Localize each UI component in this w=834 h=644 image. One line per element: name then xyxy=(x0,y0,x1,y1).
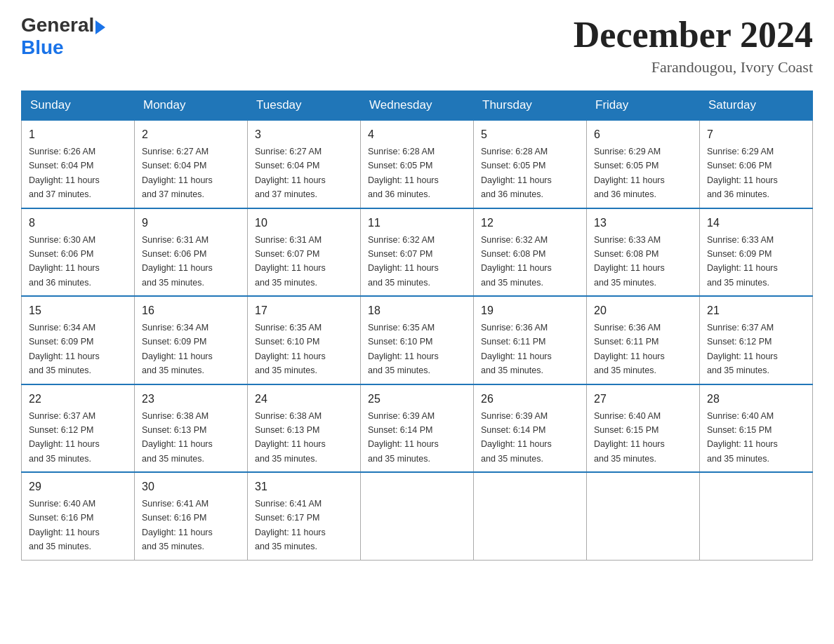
day-number: 12 xyxy=(481,215,579,232)
day-number: 11 xyxy=(368,215,466,232)
day-info: Sunrise: 6:31 AMSunset: 6:06 PMDaylight:… xyxy=(142,235,213,288)
calendar-cell: 7 Sunrise: 6:29 AMSunset: 6:06 PMDayligh… xyxy=(700,120,813,208)
day-info: Sunrise: 6:33 AMSunset: 6:09 PMDaylight:… xyxy=(707,235,778,288)
day-info: Sunrise: 6:37 AMSunset: 6:12 PMDaylight:… xyxy=(29,411,100,464)
day-number: 24 xyxy=(255,391,353,408)
calendar-cell: 16 Sunrise: 6:34 AMSunset: 6:09 PMDaylig… xyxy=(135,296,248,384)
day-info: Sunrise: 6:38 AMSunset: 6:13 PMDaylight:… xyxy=(142,411,213,464)
day-info: Sunrise: 6:34 AMSunset: 6:09 PMDaylight:… xyxy=(142,323,213,375)
day-number: 13 xyxy=(594,215,692,232)
calendar-cell: 11 Sunrise: 6:32 AMSunset: 6:07 PMDaylig… xyxy=(361,208,474,297)
col-header-friday: Friday xyxy=(587,91,700,121)
calendar-week-row: 8 Sunrise: 6:30 AMSunset: 6:06 PMDayligh… xyxy=(22,208,813,297)
calendar-cell: 8 Sunrise: 6:30 AMSunset: 6:06 PMDayligh… xyxy=(22,208,135,297)
day-number: 1 xyxy=(29,126,127,143)
calendar-cell: 30 Sunrise: 6:41 AMSunset: 6:16 PMDaylig… xyxy=(135,472,248,560)
day-info: Sunrise: 6:39 AMSunset: 6:14 PMDaylight:… xyxy=(368,411,439,464)
day-info: Sunrise: 6:28 AMSunset: 6:05 PMDaylight:… xyxy=(481,147,552,199)
day-number: 16 xyxy=(142,302,240,319)
logo-arrow-icon xyxy=(95,20,105,34)
calendar-week-row: 15 Sunrise: 6:34 AMSunset: 6:09 PMDaylig… xyxy=(22,296,813,384)
calendar-cell xyxy=(361,472,474,560)
calendar-week-row: 22 Sunrise: 6:37 AMSunset: 6:12 PMDaylig… xyxy=(22,384,813,473)
day-info: Sunrise: 6:40 AMSunset: 6:15 PMDaylight:… xyxy=(594,411,665,464)
calendar-cell: 21 Sunrise: 6:37 AMSunset: 6:12 PMDaylig… xyxy=(700,296,813,384)
calendar-cell: 26 Sunrise: 6:39 AMSunset: 6:14 PMDaylig… xyxy=(474,384,587,473)
calendar-week-row: 1 Sunrise: 6:26 AMSunset: 6:04 PMDayligh… xyxy=(22,120,813,208)
day-info: Sunrise: 6:30 AMSunset: 6:06 PMDaylight:… xyxy=(29,235,100,288)
col-header-thursday: Thursday xyxy=(474,91,587,121)
col-header-saturday: Saturday xyxy=(700,91,813,121)
day-number: 6 xyxy=(594,126,692,143)
day-info: Sunrise: 6:31 AMSunset: 6:07 PMDaylight:… xyxy=(255,235,326,288)
day-number: 5 xyxy=(481,126,579,143)
month-title: December 2024 xyxy=(574,14,813,55)
day-info: Sunrise: 6:26 AMSunset: 6:04 PMDaylight:… xyxy=(29,147,100,199)
calendar-cell: 3 Sunrise: 6:27 AMSunset: 6:04 PMDayligh… xyxy=(248,120,361,208)
calendar-cell: 17 Sunrise: 6:35 AMSunset: 6:10 PMDaylig… xyxy=(248,296,361,384)
calendar-header-row: SundayMondayTuesdayWednesdayThursdayFrid… xyxy=(22,91,813,121)
day-info: Sunrise: 6:41 AMSunset: 6:17 PMDaylight:… xyxy=(255,499,326,551)
calendar-cell: 31 Sunrise: 6:41 AMSunset: 6:17 PMDaylig… xyxy=(248,472,361,560)
day-number: 9 xyxy=(142,215,240,232)
calendar-cell: 22 Sunrise: 6:37 AMSunset: 6:12 PMDaylig… xyxy=(22,384,135,473)
calendar-cell: 18 Sunrise: 6:35 AMSunset: 6:10 PMDaylig… xyxy=(361,296,474,384)
day-info: Sunrise: 6:33 AMSunset: 6:08 PMDaylight:… xyxy=(594,235,665,288)
calendar-cell: 13 Sunrise: 6:33 AMSunset: 6:08 PMDaylig… xyxy=(587,208,700,297)
day-number: 10 xyxy=(255,215,353,232)
day-number: 23 xyxy=(142,391,240,408)
location-title: Farandougou, Ivory Coast xyxy=(574,58,813,76)
col-header-monday: Monday xyxy=(135,91,248,121)
day-number: 15 xyxy=(29,302,127,319)
day-info: Sunrise: 6:36 AMSunset: 6:11 PMDaylight:… xyxy=(594,323,665,375)
day-info: Sunrise: 6:41 AMSunset: 6:16 PMDaylight:… xyxy=(142,499,213,551)
col-header-tuesday: Tuesday xyxy=(248,91,361,121)
col-header-wednesday: Wednesday xyxy=(361,91,474,121)
day-info: Sunrise: 6:27 AMSunset: 6:04 PMDaylight:… xyxy=(142,147,213,199)
day-number: 17 xyxy=(255,302,353,319)
day-number: 22 xyxy=(29,391,127,408)
day-number: 14 xyxy=(707,215,805,232)
calendar-cell: 27 Sunrise: 6:40 AMSunset: 6:15 PMDaylig… xyxy=(587,384,700,473)
calendar-week-row: 29 Sunrise: 6:40 AMSunset: 6:16 PMDaylig… xyxy=(22,472,813,560)
calendar-cell: 10 Sunrise: 6:31 AMSunset: 6:07 PMDaylig… xyxy=(248,208,361,297)
day-info: Sunrise: 6:35 AMSunset: 6:10 PMDaylight:… xyxy=(368,323,439,375)
day-number: 29 xyxy=(29,478,127,495)
day-info: Sunrise: 6:32 AMSunset: 6:08 PMDaylight:… xyxy=(481,235,552,288)
calendar-cell: 28 Sunrise: 6:40 AMSunset: 6:15 PMDaylig… xyxy=(700,384,813,473)
day-number: 19 xyxy=(481,302,579,319)
calendar-table: SundayMondayTuesdayWednesdayThursdayFrid… xyxy=(21,90,813,561)
day-number: 27 xyxy=(594,391,692,408)
day-info: Sunrise: 6:34 AMSunset: 6:09 PMDaylight:… xyxy=(29,323,100,375)
day-number: 7 xyxy=(707,126,805,143)
day-number: 28 xyxy=(707,391,805,408)
title-section: December 2024 Farandougou, Ivory Coast xyxy=(574,14,813,76)
day-info: Sunrise: 6:28 AMSunset: 6:05 PMDaylight:… xyxy=(368,147,439,199)
day-number: 3 xyxy=(255,126,353,143)
calendar-cell: 5 Sunrise: 6:28 AMSunset: 6:05 PMDayligh… xyxy=(474,120,587,208)
calendar-cell: 4 Sunrise: 6:28 AMSunset: 6:05 PMDayligh… xyxy=(361,120,474,208)
calendar-cell: 2 Sunrise: 6:27 AMSunset: 6:04 PMDayligh… xyxy=(135,120,248,208)
day-info: Sunrise: 6:29 AMSunset: 6:06 PMDaylight:… xyxy=(707,147,778,199)
day-number: 31 xyxy=(255,478,353,495)
day-number: 21 xyxy=(707,302,805,319)
day-number: 4 xyxy=(368,126,466,143)
calendar-cell xyxy=(700,472,813,560)
day-number: 26 xyxy=(481,391,579,408)
day-info: Sunrise: 6:29 AMSunset: 6:05 PMDaylight:… xyxy=(594,147,665,199)
calendar-cell: 20 Sunrise: 6:36 AMSunset: 6:11 PMDaylig… xyxy=(587,296,700,384)
day-info: Sunrise: 6:32 AMSunset: 6:07 PMDaylight:… xyxy=(368,235,439,288)
calendar-cell xyxy=(587,472,700,560)
page-header: General Blue December 2024 Farandougou, … xyxy=(21,14,813,76)
day-info: Sunrise: 6:40 AMSunset: 6:16 PMDaylight:… xyxy=(29,499,100,551)
day-number: 20 xyxy=(594,302,692,319)
day-number: 25 xyxy=(368,391,466,408)
day-info: Sunrise: 6:38 AMSunset: 6:13 PMDaylight:… xyxy=(255,411,326,464)
calendar-cell: 14 Sunrise: 6:33 AMSunset: 6:09 PMDaylig… xyxy=(700,208,813,297)
calendar-cell: 9 Sunrise: 6:31 AMSunset: 6:06 PMDayligh… xyxy=(135,208,248,297)
calendar-cell: 1 Sunrise: 6:26 AMSunset: 6:04 PMDayligh… xyxy=(22,120,135,208)
day-info: Sunrise: 6:37 AMSunset: 6:12 PMDaylight:… xyxy=(707,323,778,375)
day-number: 2 xyxy=(142,126,240,143)
logo: General Blue xyxy=(21,14,105,59)
calendar-cell: 23 Sunrise: 6:38 AMSunset: 6:13 PMDaylig… xyxy=(135,384,248,473)
